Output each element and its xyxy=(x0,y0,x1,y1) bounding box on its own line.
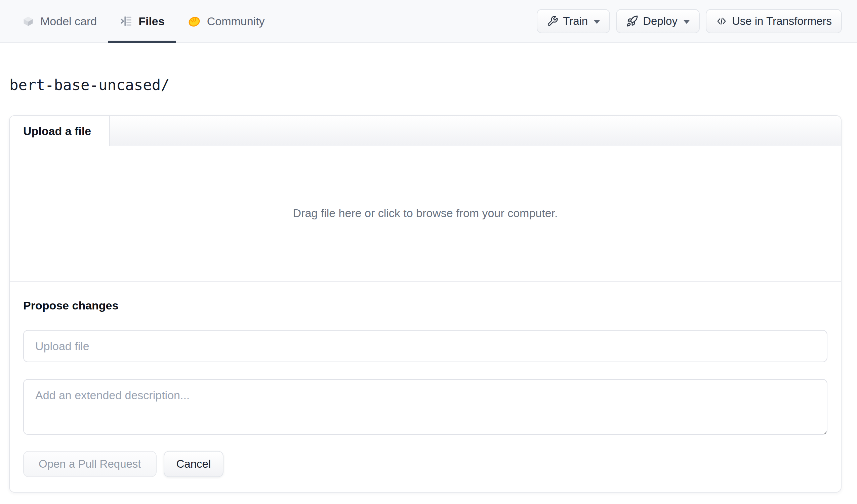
use-in-transformers-button[interactable]: Use in Transformers xyxy=(706,9,842,33)
rocket-icon xyxy=(626,15,638,27)
use-in-transformers-label: Use in Transformers xyxy=(732,15,832,28)
tab-model-card[interactable]: Model card xyxy=(11,0,108,42)
train-button-label: Train xyxy=(563,15,588,28)
train-button[interactable]: Train xyxy=(537,9,610,33)
versions-icon xyxy=(120,15,132,28)
tab-upload-a-file-label: Upload a file xyxy=(23,125,91,138)
main-content: bert-base-uncased/ Upload a file Drag fi… xyxy=(0,75,857,492)
repo-header-tabbar: Model card Files xyxy=(0,0,857,43)
tab-model-card-label: Model card xyxy=(40,15,97,28)
wrench-icon xyxy=(547,15,558,27)
repo-path-title: bert-base-uncased/ xyxy=(10,75,842,95)
propose-changes-section: Propose changes Open a Pull Request Canc… xyxy=(10,282,841,492)
deploy-button-label: Deploy xyxy=(643,15,677,28)
repo-actions: Train Deploy xyxy=(537,0,842,42)
tab-community-label: Community xyxy=(207,15,265,28)
file-dropzone[interactable]: Drag file here or click to browse from y… xyxy=(10,146,841,282)
description-textarea[interactable] xyxy=(23,379,827,435)
tab-community[interactable]: Community xyxy=(176,0,276,42)
cancel-button[interactable]: Cancel xyxy=(164,451,224,477)
upload-card: Upload a file Drag file here or click to… xyxy=(9,115,842,492)
tab-files-label: Files xyxy=(138,15,164,28)
tab-upload-a-file[interactable]: Upload a file xyxy=(10,116,110,146)
upload-card-header: Upload a file xyxy=(10,116,841,146)
propose-changes-heading: Propose changes xyxy=(23,299,827,312)
open-pull-request-button[interactable]: Open a Pull Request xyxy=(23,451,157,477)
chevron-down-icon xyxy=(594,20,600,24)
tab-files[interactable]: Files xyxy=(108,0,176,42)
propose-actions-row: Open a Pull Request Cancel xyxy=(23,451,827,477)
dropzone-hint: Drag file here or click to browse from y… xyxy=(293,207,558,220)
filename-input[interactable] xyxy=(23,330,827,362)
waving-hand-icon xyxy=(187,14,201,28)
chevron-down-icon xyxy=(684,20,690,24)
cube-icon xyxy=(22,15,34,27)
repo-tabs: Model card Files xyxy=(11,0,276,42)
code-icon xyxy=(716,15,727,27)
deploy-button[interactable]: Deploy xyxy=(616,9,700,33)
